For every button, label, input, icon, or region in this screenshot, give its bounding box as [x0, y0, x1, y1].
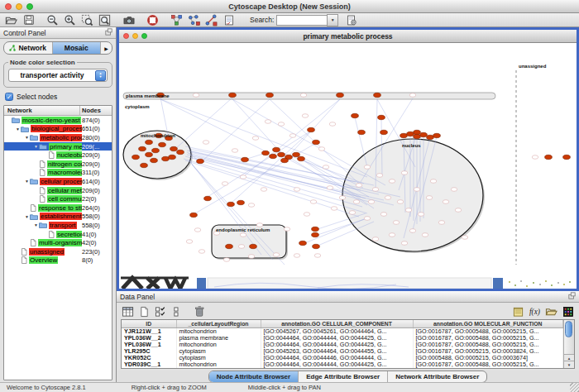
graph-node-unselected[interactable] [532, 155, 538, 160]
graph-node-unselected[interactable] [356, 184, 362, 188]
graph-node[interactable] [414, 130, 421, 134]
graph-node-unselected[interactable] [186, 240, 193, 244]
select-attributes-icon[interactable] [154, 305, 168, 318]
graph-node[interactable] [433, 133, 441, 137]
graph-node-unselected[interactable] [430, 179, 437, 184]
graph-node[interactable] [162, 156, 170, 160]
graph-node-unselected[interactable] [300, 93, 307, 98]
graph-node-unselected[interactable] [199, 250, 205, 254]
graph-node-unselected[interactable] [401, 241, 408, 246]
graph-node[interactable] [293, 152, 300, 156]
scrollbar-thumb[interactable] [565, 321, 572, 337]
graph-node[interactable] [313, 140, 320, 144]
graph-node-unselected[interactable] [302, 114, 309, 118]
tree-row-secretion[interactable]: secretion41(0) [4, 230, 112, 239]
float-panel-icon[interactable] [105, 28, 112, 37]
import-attributes-icon[interactable] [544, 305, 558, 318]
graph-node[interactable] [400, 133, 408, 137]
graph-node-unselected[interactable] [462, 236, 468, 240]
tree-row-unassigned[interactable]: unassigned223(0) [4, 247, 112, 256]
delete-attribute-icon[interactable] [192, 305, 206, 318]
tree-column-nodes[interactable]: Nodes [80, 106, 112, 115]
tab-node-attribute-browser[interactable]: Node Attribute Browser [209, 371, 299, 382]
graph-node-unselected[interactable] [327, 186, 333, 190]
zoom-fit-icon[interactable] [97, 14, 112, 26]
graph-node[interactable] [237, 200, 245, 204]
graph-node-unselected[interactable] [240, 175, 246, 179]
graph-node-unselected[interactable] [385, 196, 391, 200]
graph-node-unselected[interactable] [418, 213, 424, 217]
graph-node-unselected[interactable] [405, 208, 412, 213]
graph-node-unselected[interactable] [203, 141, 209, 145]
graph-node[interactable] [204, 196, 212, 200]
graph-node-unselected[interactable] [294, 188, 300, 192]
table-row[interactable]: YPL036W__2plasma membrane[GO:0044464, GO… [122, 335, 563, 342]
zoom-selected-icon[interactable] [79, 14, 95, 26]
region-nucleus[interactable] [342, 139, 483, 251]
expand-triangle-icon[interactable]: ▼ [33, 222, 39, 227]
search-input[interactable] [276, 15, 327, 26]
help-lifesaver-icon[interactable] [145, 14, 160, 26]
node-color-dropdown[interactable]: transporter activity ▲▼ [8, 69, 108, 82]
table-row[interactable]: YJR121W__1mitochondrion[GO:0045267, GO:0… [122, 328, 563, 336]
session-settings-icon[interactable] [343, 14, 359, 26]
graph-node-unselected[interactable] [409, 93, 416, 98]
graph-node[interactable] [226, 244, 233, 248]
graph-node[interactable] [312, 227, 319, 231]
graph-node-unselected[interactable] [389, 233, 395, 237]
tab-mosaic[interactable]: Mosaic [53, 42, 102, 54]
tree-row-biological-process[interactable]: ▼biological_process651(0) [4, 125, 112, 134]
graph-node-unselected[interactable] [329, 122, 336, 127]
tree-row-cellular-metabo[interactable]: cellular metabo209(0) [4, 186, 112, 195]
graph-node[interactable] [132, 155, 140, 159]
graph-node-unselected[interactable] [397, 200, 404, 204]
graph-node[interactable] [170, 146, 178, 151]
graph-node-unselected[interactable] [290, 134, 296, 138]
graph-node-unselected[interactable] [240, 233, 246, 237]
graph-node[interactable] [358, 130, 366, 134]
graph-node[interactable] [407, 131, 414, 136]
save-icon[interactable] [21, 14, 36, 26]
snapshot-camera-icon[interactable] [121, 14, 136, 26]
graph-node[interactable] [242, 157, 249, 161]
graph-node[interactable] [414, 134, 421, 138]
graph-node-unselected[interactable] [314, 254, 321, 258]
graph-node[interactable] [177, 150, 184, 154]
graph-node-unselected[interactable] [323, 165, 329, 170]
expand-triangle-icon[interactable]: ▼ [24, 179, 30, 184]
tree-row-nitrogen-compo[interactable]: nitrogen compo209(0) [4, 160, 112, 169]
graph-node[interactable] [141, 163, 148, 167]
tree-row-establishment-of-lo[interactable]: ▼establishment of lo558(0) [4, 213, 112, 222]
graph-node-unselected[interactable] [380, 213, 387, 217]
graph-node-unselected[interactable] [401, 171, 408, 175]
graph-node-unselected[interactable] [376, 174, 383, 178]
graph-node[interactable] [308, 127, 315, 131]
graph-node[interactable] [420, 132, 428, 136]
expand-triangle-icon[interactable]: ▼ [24, 214, 30, 219]
tree-row-cellular-process[interactable]: ▼cellular process614(0) [4, 177, 112, 186]
edit-nodes-icon[interactable] [186, 14, 202, 26]
graph-node-unselected[interactable] [426, 196, 433, 200]
graph-node-unselected[interactable] [339, 196, 346, 200]
graph-node-unselected[interactable] [248, 203, 255, 208]
open-folder-icon[interactable] [3, 14, 19, 26]
zoom-window-icon[interactable] [26, 3, 33, 10]
edit-edges-icon[interactable] [203, 14, 219, 26]
tree-row-metabolic-process[interactable]: ▼metabolic process280(0) [4, 133, 112, 142]
graph-node-unselected[interactable] [372, 188, 379, 192]
network-canvas[interactable]: plasma membranecytoplasmmitochondrionnuc… [119, 43, 577, 289]
tree-row-mosaic-demo-yeast[interactable]: mosaic-demo-yeast874(0) [4, 116, 112, 125]
tree-row-nucleobase-[interactable]: nucleobase-209(0) [4, 151, 112, 160]
function-builder-icon[interactable]: f(x) [528, 305, 542, 318]
graph-node-unselected[interactable] [223, 258, 230, 262]
zoom-out-icon[interactable] [45, 14, 60, 26]
graph-node-unselected[interactable] [443, 200, 449, 204]
graph-node-unselected[interactable] [261, 188, 267, 192]
graph-node[interactable] [299, 241, 307, 245]
table-scrollbar[interactable]: ▲ ▼ [563, 320, 574, 368]
graph-node-unselected[interactable] [438, 221, 445, 225]
graph-node[interactable] [262, 151, 270, 155]
graph-node-unselected[interactable] [284, 227, 290, 232]
graph-node[interactable] [146, 140, 153, 144]
graph-edge[interactable] [160, 99, 367, 177]
